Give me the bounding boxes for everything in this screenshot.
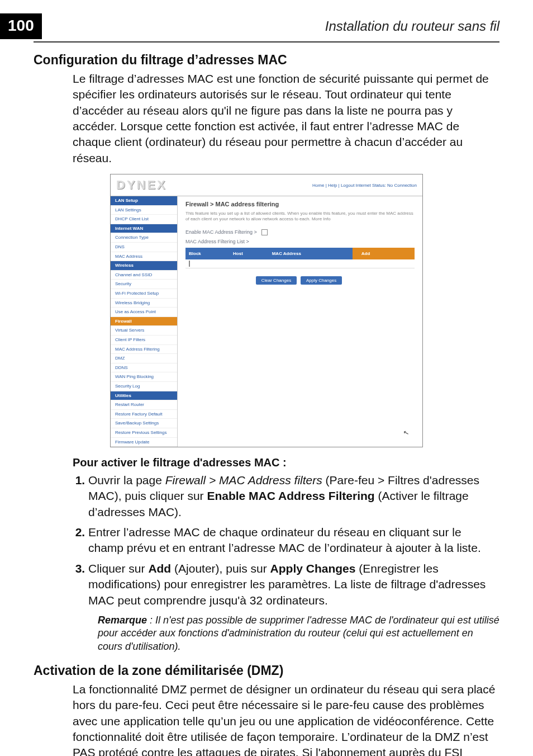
enable-mac-filter-label: Enable MAC Address Filtering > [185,229,257,235]
nav-wan-ping[interactable]: WAN Ping Blocking [111,372,177,382]
section1-title: Configuration du filtrage d’adresses MAC [34,53,499,68]
section1-body: Le filtrage d’adresses MAC est une fonct… [73,71,499,166]
nav-bridging[interactable]: Wireless Bridging [111,299,177,308]
th-mac: MAC Address [269,248,353,259]
nav-cat-lan[interactable]: LAN Setup [111,196,177,206]
th-host: Host [230,248,269,259]
nav-virtual-servers[interactable]: Virtual Servers [111,326,177,336]
page-header: 100 Installation du routeur sans fil [34,13,499,42]
th-block: Block [185,248,230,259]
cursor-icon: ↖ [402,428,410,437]
nav-restore-prev[interactable]: Restore Previous Settings [111,428,177,438]
step-1-text-a: Ouvrir la page [88,474,165,486]
nav-cat-wan[interactable]: Internet WAN [111,224,177,234]
step-3-text-c: (Ajouter), puis sur [171,562,270,575]
nav-conn-type[interactable]: Connection Type [111,233,177,243]
remark-text: : Il n'est pas possible de supprimer l'a… [98,615,499,652]
steps-title: Pour activer le filtrage d'adresses MAC … [73,456,499,469]
section2-title: Activation de la zone démilitarisée (DMZ… [34,663,499,678]
remark-block: Remarque : Il n'est pas possible de supp… [98,614,499,653]
nav-dhcp-clients[interactable]: DHCP Client List [111,215,177,224]
step-1: Ouvrir la page Firewall > MAC Address fi… [88,472,499,520]
section2-body: La fonctionnalité DMZ permet de désigner… [73,682,499,756]
router-panel-title: Firewall > MAC address filtering [185,201,415,207]
nav-ap-mode[interactable]: Use as Access Point [111,308,177,317]
nav-restart[interactable]: Restart Router [111,400,177,410]
nav-lan-settings[interactable]: LAN Settings [111,206,177,215]
remark-label: Remarque [98,615,147,626]
router-main: Firewall > MAC address filtering This fe… [178,196,422,447]
table-row [185,259,415,268]
nav-client-ip-filters[interactable]: Client IP Filters [111,336,177,345]
step-3: Cliquer sur Add (Ajouter), puis sur Appl… [88,561,499,608]
apply-changes-button[interactable]: Apply Changes [301,276,342,285]
step-2: Entrer l’adresse MAC de chaque ordinateu… [88,525,499,556]
nav-ddns[interactable]: DDNS [111,363,177,373]
nav-mac-filter[interactable]: MAC Address Filtering [111,345,177,355]
nav-cat-firewall[interactable]: Firewall [111,317,177,327]
mac-list-label: MAC Address Filtering List > [185,239,249,244]
nav-security-log[interactable]: Security Log [111,382,177,391]
page-number: 100 [0,13,42,39]
nav-dmz[interactable]: DMZ [111,354,177,363]
enable-mac-filter-checkbox[interactable] [261,229,268,235]
nav-save-backup[interactable]: Save/Backup Settings [111,419,177,428]
nav-restore-default[interactable]: Restore Factory Default [111,410,177,419]
router-logo: DYNEX [116,178,167,192]
nav-security[interactable]: Security [111,280,177,289]
step-3-text-a: Cliquer sur [88,562,148,575]
clear-changes-button[interactable]: Clear Changes [256,276,297,285]
nav-channel-ssid[interactable]: Channel and SSID [111,271,177,280]
nav-mac-address[interactable]: MAC Address [111,252,177,262]
step-1-path: Firewall > MAC Address filters [165,474,322,486]
router-panel-desc: This feature lets you set up a list of a… [185,211,415,223]
row-block-checkbox[interactable] [189,261,190,267]
nav-fw-update[interactable]: Firmware Update [111,438,177,447]
nav-cat-utilities[interactable]: Utilities [111,391,177,401]
router-screenshot-mac-filter: DYNEX Home | Help | Logout Internet Stat… [110,174,423,447]
nav-cat-wireless[interactable]: Wireless [111,261,177,271]
steps-list: Ouvrir la page Firewall > MAC Address fi… [73,472,499,608]
running-title: Installation du routeur sans fil [325,18,499,34]
step-3-add: Add [148,562,171,575]
nav-dns[interactable]: DNS [111,243,177,252]
router-nav: LAN Setup LAN Settings DHCP Client List … [111,196,178,447]
step-1-option: Enable MAC Address Filtering [207,489,374,502]
router-top-links: Home | Help | Logout Internet Status: No… [312,183,417,188]
mac-filter-table: Block Host MAC Address Add [185,248,415,268]
step-3-apply: Apply Changes [270,562,356,575]
add-button[interactable]: Add [356,249,376,258]
nav-wps[interactable]: Wi-Fi Protected Setup [111,289,177,299]
